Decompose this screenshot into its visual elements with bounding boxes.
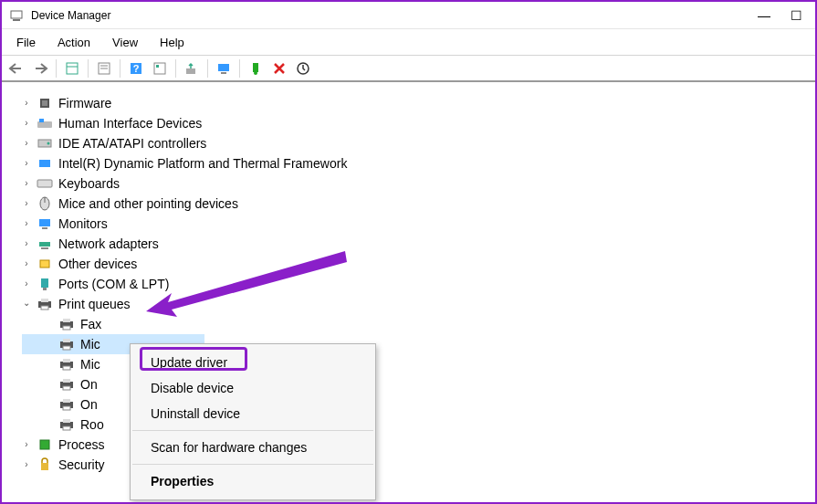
toolbar-separator [239,59,240,78]
mouse-icon [37,196,53,211]
svg-point-15 [254,71,257,75]
printer-icon [58,377,75,392]
properties-button[interactable] [93,58,115,79]
context-menu: Update driver Disable device Uninstall d… [130,343,376,500]
tree-node-mice[interactable]: › Mice and other pointing devices [22,194,806,214]
chevron-right-icon: › [22,214,31,234]
svg-rect-13 [221,72,226,74]
toolbar-separator [120,59,120,78]
other-icon [37,257,53,271]
tree-label: Mic [80,334,100,354]
svg-rect-41 [63,339,70,342]
cm-properties[interactable]: Properties [131,468,375,494]
svg-rect-32 [41,278,48,288]
svg-rect-2 [67,63,78,74]
svg-rect-28 [42,227,47,229]
chevron-right-icon: › [22,93,31,113]
svg-rect-20 [39,119,44,122]
network-icon [37,236,53,251]
show-hidden-button[interactable] [61,58,83,79]
tree-node-other[interactable]: › Other devices [22,254,806,274]
svg-rect-51 [63,406,70,410]
printer-icon [58,337,75,352]
cm-separator [132,430,373,431]
chevron-right-icon: › [22,153,31,173]
hid-icon [37,116,53,131]
tree-label: Other devices [58,254,137,274]
tree-node-hid[interactable]: › Human Interface Devices [22,113,806,133]
svg-rect-27 [39,219,50,226]
help-button[interactable]: ? [125,58,147,79]
toolbar-separator [88,59,89,78]
menu-view[interactable]: View [103,32,147,53]
port-icon [37,277,53,291]
svg-rect-53 [63,419,70,423]
tree-label: Ports (COM & LPT) [58,274,169,294]
drive-icon [37,136,53,151]
back-button[interactable] [5,58,27,79]
tree-label: Roo [80,415,104,435]
chevron-right-icon: › [22,234,31,254]
monitor-icon [37,216,53,231]
enable-button[interactable] [245,58,267,79]
svg-rect-24 [37,180,52,187]
tree-node-print-queues[interactable]: ⌄ Print queues [22,294,806,314]
svg-rect-47 [63,379,70,383]
toolbar: ? [2,55,815,82]
svg-rect-14 [253,63,258,72]
minimize-button[interactable]: — [758,8,770,23]
svg-rect-55 [40,440,49,449]
chevron-right-icon: › [22,254,31,274]
svg-rect-11 [186,68,195,74]
maximize-button[interactable]: ☐ [791,8,802,23]
svg-rect-12 [218,64,229,71]
svg-rect-18 [42,100,47,106]
cm-update-driver[interactable]: Update driver [131,350,375,375]
cpu-icon [37,437,53,452]
svg-rect-9 [154,63,165,74]
svg-rect-1 [13,19,20,21]
svg-rect-38 [63,319,70,322]
scan-button[interactable] [292,58,314,79]
chevron-down-icon: ⌄ [22,293,31,313]
tree-node-network[interactable]: › Network adapters [22,234,806,254]
tree-node-intel[interactable]: › Intel(R) Dynamic Platform and Thermal … [22,153,806,173]
monitor-button[interactable] [213,58,235,79]
menu-help[interactable]: Help [151,32,194,53]
chevron-right-icon: › [22,173,31,194]
cm-uninstall-device[interactable]: Uninstall device [131,401,375,426]
tree-node-ports[interactable]: › Ports (COM & LPT) [22,274,806,294]
tree-label: Process [58,435,105,455]
tree-label: IDE ATA/ATAPI controllers [58,133,206,153]
uninstall-button[interactable] [268,58,290,79]
menu-file[interactable]: File [7,32,45,53]
svg-rect-54 [63,426,70,430]
tree-node-monitors[interactable]: › Monitors [22,214,806,234]
tree-label: Monitors [58,214,108,234]
tree-child-fax[interactable]: Fax [22,314,806,334]
cm-separator [132,464,373,465]
cm-disable-device[interactable]: Disable device [131,375,375,401]
svg-rect-33 [43,288,47,290]
device-tree: › Firmware › Human Interface Devices › I… [2,82,815,478]
update-driver-button[interactable] [181,58,203,79]
tree-label: Network adapters [58,234,159,254]
svg-rect-29 [39,242,50,247]
tree-node-keyboards[interactable]: › Keyboards [22,173,806,194]
tree-node-firmware[interactable]: › Firmware [22,93,806,113]
tree-label: Fax [80,314,101,334]
chevron-right-icon: › [22,435,31,455]
svg-rect-36 [41,306,48,310]
view-button[interactable] [149,58,171,79]
tree-node-ide[interactable]: › IDE ATA/ATAPI controllers [22,133,806,153]
toolbar-separator [207,59,208,78]
printer-icon [37,297,53,311]
chevron-right-icon: › [22,133,31,153]
menu-action[interactable]: Action [48,32,100,53]
cm-scan-hardware[interactable]: Scan for hardware changes [131,435,375,460]
svg-rect-42 [63,346,70,350]
svg-rect-44 [63,359,70,362]
forward-button[interactable] [29,58,51,79]
toolbar-separator [175,59,176,78]
chevron-right-icon: › [22,274,31,294]
